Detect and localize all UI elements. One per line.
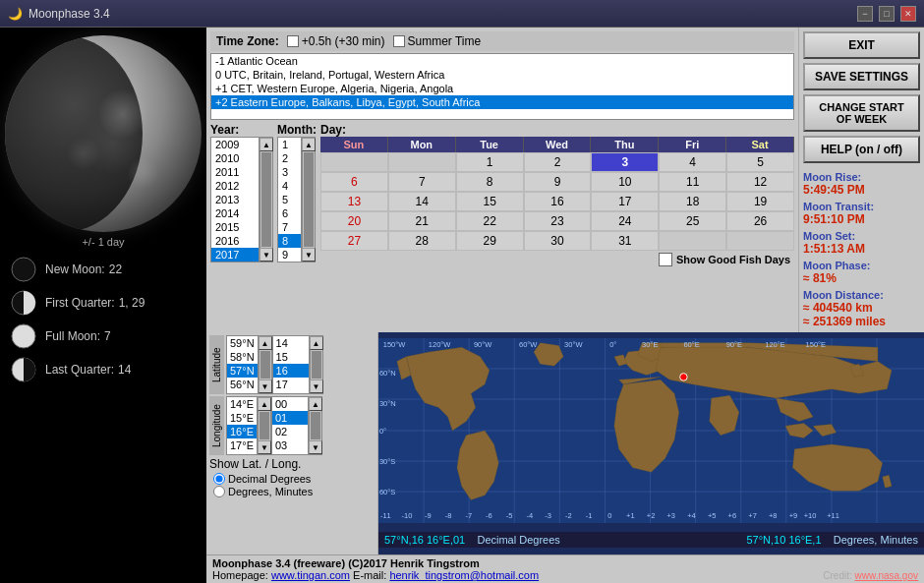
latitude-list[interactable]: 59°N58°N57°N56°N — [226, 335, 259, 394]
cal-day-31[interactable]: 31 — [591, 231, 659, 251]
cal-day-15[interactable]: 15 — [456, 192, 524, 211]
lon-scroll-thumb[interactable] — [260, 412, 269, 439]
cal-day-29[interactable]: 29 — [456, 231, 524, 251]
lon-item-14degE[interactable]: 14°E — [227, 397, 257, 411]
world-map[interactable]: -11 -10 -9 -8 -7 -6 -5 -4 -3 -2 -1 0 +1 … — [378, 332, 924, 529]
offset-checkbox[interactable] — [287, 35, 299, 47]
cal-day-16[interactable]: 16 — [524, 192, 592, 211]
cal-day-27[interactable]: 27 — [320, 231, 388, 251]
year-item-2011[interactable]: 2011 — [211, 165, 259, 179]
tz-item-1[interactable]: 0 UTC, Britain, Ireland, Portugal, Weste… — [211, 68, 793, 82]
cal-day-22[interactable]: 22 — [456, 211, 524, 231]
credit-link[interactable]: www.nasa.gov — [855, 570, 918, 581]
lon-num-scroll-down[interactable]: ▼ — [309, 440, 322, 454]
lon-item-16degE[interactable]: 16°E — [227, 425, 257, 438]
lat-item-57degN[interactable]: 57°N — [227, 364, 258, 378]
year-item-2014[interactable]: 2014 — [211, 206, 259, 220]
lon-scrollbar[interactable]: ▲ ▼ — [258, 396, 271, 455]
month-item-2[interactable]: 2 — [278, 151, 301, 165]
longitude-value-list[interactable]: 00010203 — [271, 396, 309, 455]
cal-day-3[interactable]: 3 — [591, 152, 659, 172]
year-scrollbar[interactable]: ▲ ▼ — [260, 137, 273, 262]
cal-day-12[interactable]: 12 — [726, 172, 794, 192]
cal-day-21[interactable]: 21 — [388, 211, 456, 231]
month-item-7[interactable]: 7 — [278, 220, 301, 234]
degrees-minutes-radio[interactable] — [213, 486, 225, 497]
lon-item-15degE[interactable]: 15°E — [227, 411, 257, 425]
year-item-2016[interactable]: 2016 — [211, 234, 259, 248]
cal-day-26[interactable]: 26 — [726, 211, 794, 231]
map-area[interactable]: -11 -10 -9 -8 -7 -6 -5 -4 -3 -2 -1 0 +1 … — [378, 332, 924, 554]
email-link[interactable]: henrik_tingstrom@hotmail.com — [389, 569, 539, 581]
year-scroll-up[interactable]: ▲ — [260, 138, 273, 151]
month-scroll-thumb[interactable] — [304, 152, 314, 247]
cal-day-28[interactable]: 28 — [388, 231, 456, 251]
year-scroll-down[interactable]: ▼ — [260, 248, 273, 262]
month-scroll-down[interactable]: ▼ — [302, 248, 316, 262]
cal-day-2[interactable]: 2 — [524, 152, 592, 172]
lat-num-scroll-down[interactable]: ▼ — [310, 379, 323, 393]
lon-num-scroll-up[interactable]: ▲ — [309, 397, 322, 411]
year-scroll-thumb[interactable] — [261, 152, 271, 247]
year-item-2018[interactable]: 2018 — [211, 262, 259, 262]
longitude-list[interactable]: 14°E15°E16°E17°E — [226, 396, 258, 455]
cal-day-19[interactable]: 19 — [726, 192, 794, 211]
cal-day-6[interactable]: 6 — [320, 172, 388, 192]
maximize-button[interactable]: □ — [879, 6, 895, 22]
cal-day-17[interactable]: 17 — [591, 192, 659, 211]
month-item-1[interactable]: 1 — [278, 138, 301, 151]
lat-item-56degN[interactable]: 56°N — [227, 378, 258, 391]
lon-item-17degE[interactable]: 17°E — [227, 438, 257, 452]
cal-day-30[interactable]: 30 — [524, 231, 592, 251]
year-item-2015[interactable]: 2015 — [211, 220, 259, 234]
lat-scroll-down[interactable]: ▼ — [259, 379, 272, 393]
tz-item-2[interactable]: +1 CET, Western Europe, Algeria, Nigeria… — [211, 82, 793, 95]
minimize-button[interactable]: − — [857, 6, 873, 22]
homepage-link[interactable]: www.tingan.com — [271, 569, 350, 581]
month-item-5[interactable]: 5 — [278, 193, 301, 206]
month-scroll-up[interactable]: ▲ — [302, 138, 316, 151]
timezone-list[interactable]: -1 Atlantic Ocean 0 UTC, Britain, Irelan… — [210, 53, 794, 120]
year-item-2010[interactable]: 2010 — [211, 151, 259, 165]
close-button[interactable]: ✕ — [900, 6, 916, 22]
cal-day-10[interactable]: 10 — [591, 172, 659, 192]
lat-scroll-up[interactable]: ▲ — [259, 336, 272, 350]
lat-num-scrollbar[interactable]: ▲ ▼ — [310, 335, 323, 394]
cal-day-4[interactable]: 4 — [659, 152, 726, 172]
cal-day-9[interactable]: 9 — [524, 172, 592, 192]
summer-time-checkbox[interactable] — [393, 35, 405, 47]
month-item-10[interactable]: 10 — [278, 262, 301, 262]
month-item-3[interactable]: 3 — [278, 165, 301, 179]
cal-day-5[interactable]: 5 — [726, 152, 794, 172]
month-item-8[interactable]: 8 — [278, 234, 301, 248]
lat-num-17[interactable]: 17 — [273, 378, 309, 391]
cal-day-11[interactable]: 11 — [659, 172, 726, 192]
month-item-6[interactable]: 6 — [278, 206, 301, 220]
fish-days-checkbox[interactable] — [659, 253, 672, 266]
lon-num-scroll-thumb[interactable] — [311, 412, 320, 439]
latitude-value-list[interactable]: 14151617 — [272, 335, 310, 394]
cal-day-8[interactable]: 8 — [456, 172, 524, 192]
cal-day-13[interactable]: 13 — [320, 192, 388, 211]
lat-item-58degN[interactable]: 58°N — [227, 350, 258, 364]
cal-day-25[interactable]: 25 — [659, 211, 726, 231]
year-item-2017[interactable]: 2017 — [211, 248, 259, 262]
cal-day-7[interactable]: 7 — [388, 172, 456, 192]
lon-scroll-up[interactable]: ▲ — [258, 397, 271, 411]
month-scrollbar[interactable]: ▲ ▼ — [302, 137, 316, 262]
tz-item-0[interactable]: -1 Atlantic Ocean — [211, 54, 793, 68]
save-settings-button[interactable]: SAVE SETTINGS — [803, 63, 920, 90]
help-button[interactable]: HELP (on / off) — [803, 136, 920, 163]
tz-item-3[interactable]: +2 Eastern Europe, Balkans, Libya, Egypt… — [211, 95, 793, 109]
cal-day-18[interactable]: 18 — [659, 192, 726, 211]
year-item-2012[interactable]: 2012 — [211, 179, 259, 193]
exit-button[interactable]: EXIT — [803, 31, 920, 59]
cal-day-1[interactable]: 1 — [456, 152, 524, 172]
lon-num-03[interactable]: 03 — [272, 438, 308, 452]
year-list[interactable]: 2009201020112012201320142015201620172018 — [210, 137, 260, 262]
month-item-4[interactable]: 4 — [278, 179, 301, 193]
cal-day-20[interactable]: 20 — [320, 211, 388, 231]
lon-num-01[interactable]: 01 — [272, 411, 308, 425]
lon-num-02[interactable]: 02 — [272, 425, 308, 438]
lat-num-14[interactable]: 14 — [273, 336, 309, 350]
